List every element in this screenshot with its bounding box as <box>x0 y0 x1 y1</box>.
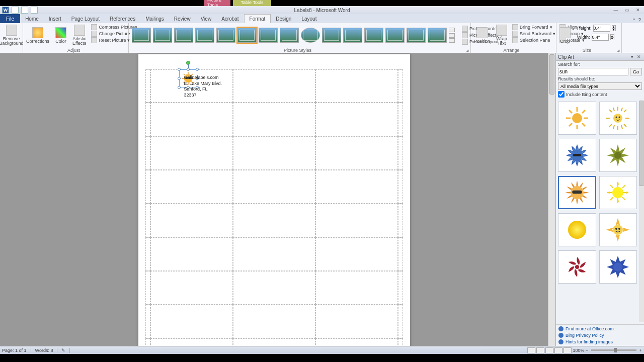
document-area[interactable]: Onlinelabels.com E. Lake Mary Blvd. Sanf… <box>0 53 548 346</box>
tab-design[interactable]: Design <box>271 15 296 23</box>
corrections-button[interactable]: Corrections <box>23 23 52 47</box>
color-button[interactable]: Color <box>52 23 69 47</box>
width-field[interactable]: Width:▴▾ <box>576 34 616 41</box>
crop-button[interactable]: Crop <box>556 23 574 47</box>
tab-page-layout[interactable]: Page Layout <box>66 15 105 23</box>
outline-view[interactable] <box>554 347 562 353</box>
web-layout-view[interactable] <box>545 347 553 353</box>
selection-pane-button[interactable]: Selection Pane <box>512 37 555 43</box>
word-count[interactable]: Words: 8 <box>35 348 58 353</box>
style-thumb[interactable] <box>343 28 362 43</box>
label-cell[interactable] <box>150 305 233 338</box>
label-cell[interactable] <box>233 338 315 346</box>
style-thumb[interactable] <box>174 28 193 43</box>
position-button[interactable]: Position <box>471 23 493 47</box>
label-cell[interactable] <box>315 204 398 237</box>
style-thumb[interactable] <box>407 28 426 43</box>
clipart-result[interactable] <box>599 176 637 209</box>
draft-view[interactable] <box>564 347 572 353</box>
artistic-effects-button[interactable]: Artistic Effects <box>69 23 89 47</box>
label-cell[interactable] <box>150 170 233 204</box>
zoom-out-button[interactable]: − <box>585 348 588 353</box>
picture-styles-gallery[interactable] <box>129 23 458 47</box>
undo-icon[interactable] <box>21 7 28 14</box>
wrap-text-button[interactable]: Wrap Text <box>493 23 510 47</box>
label-cell[interactable] <box>233 136 315 170</box>
label-cell[interactable] <box>315 271 398 305</box>
results-scrollbar[interactable] <box>639 101 644 322</box>
label-cell[interactable] <box>150 271 233 305</box>
label-cell[interactable] <box>150 237 233 271</box>
hints-link[interactable]: Hints for finding images <box>558 339 641 344</box>
page-status[interactable]: Page: 1 of 1 <box>2 348 31 353</box>
label-cell[interactable] <box>315 69 398 103</box>
clipart-result[interactable] <box>558 102 596 135</box>
height-down[interactable]: ▾ <box>612 28 616 31</box>
width-down[interactable]: ▾ <box>610 37 614 40</box>
label-cell[interactable] <box>233 305 315 338</box>
save-icon[interactable] <box>12 7 19 14</box>
style-thumb[interactable] <box>132 28 151 43</box>
clipart-result[interactable] <box>558 213 596 246</box>
label-cell[interactable] <box>233 69 315 103</box>
document-scrollbar[interactable] <box>548 53 555 346</box>
label-cell[interactable] <box>315 305 398 338</box>
style-thumb[interactable] <box>259 28 278 43</box>
address-text[interactable]: Onlinelabels.com E. Lake Mary Blvd. Sanf… <box>184 75 222 99</box>
label-cell[interactable] <box>233 103 315 136</box>
style-thumb[interactable] <box>428 28 447 43</box>
label-cell[interactable] <box>150 338 233 346</box>
tab-insert[interactable]: Insert <box>44 15 66 23</box>
clipart-result[interactable] <box>599 102 637 135</box>
clipart-result[interactable] <box>599 213 637 246</box>
styles-dialog-launcher[interactable]: ◢ <box>466 49 470 53</box>
tab-layout[interactable]: Layout <box>296 15 321 23</box>
zoom-level[interactable]: 100% <box>573 348 584 353</box>
style-thumb[interactable] <box>301 28 320 43</box>
clipart-result[interactable] <box>558 139 596 172</box>
size-dialog-launcher[interactable]: ◢ <box>617 49 621 53</box>
minimize-ribbon-icon[interactable]: ⌃ <box>632 18 636 23</box>
zoom-in-button[interactable]: + <box>639 348 642 353</box>
tab-view[interactable]: View <box>196 15 217 23</box>
label-cell[interactable]: Onlinelabels.com E. Lake Mary Blvd. Sanf… <box>150 69 233 103</box>
find-more-link[interactable]: Find more at Office.com <box>558 326 641 331</box>
pane-close-icon[interactable]: ✕ <box>636 54 642 60</box>
tab-home[interactable]: Home <box>20 15 44 23</box>
close-button[interactable]: ✕ <box>634 7 642 13</box>
minimize-button[interactable]: — <box>612 7 620 13</box>
tab-references[interactable]: References <box>105 15 140 23</box>
label-cell[interactable] <box>150 103 233 136</box>
label-cell[interactable] <box>233 170 315 204</box>
clipart-result[interactable] <box>558 250 596 284</box>
label-cell[interactable] <box>315 237 398 271</box>
include-bing-checkbox[interactable] <box>558 91 565 98</box>
media-type-select[interactable]: All media file types <box>558 82 642 90</box>
bing-privacy-link[interactable]: Bing Privacy Policy <box>558 333 641 338</box>
gallery-more-button[interactable] <box>449 28 455 43</box>
print-layout-view[interactable] <box>527 347 535 353</box>
style-thumb[interactable] <box>322 28 341 43</box>
style-thumb[interactable] <box>280 28 299 43</box>
bring-forward-button[interactable]: Bring Forward▾ <box>512 24 555 30</box>
proofing-icon[interactable]: ✎ <box>61 348 70 353</box>
redo-icon[interactable] <box>31 7 38 14</box>
tab-acrobat[interactable]: Acrobat <box>216 15 244 23</box>
maximize-button[interactable]: ▭ <box>623 7 631 13</box>
label-cell[interactable] <box>233 237 315 271</box>
send-backward-button[interactable]: Send Backward▾ <box>512 31 555 37</box>
style-thumb[interactable] <box>385 28 405 43</box>
label-cell[interactable] <box>315 338 398 346</box>
width-input[interactable] <box>592 34 609 41</box>
clipart-result[interactable] <box>599 139 637 172</box>
label-cell[interactable] <box>315 136 398 170</box>
tab-file[interactable]: File <box>0 14 20 23</box>
label-cell[interactable] <box>233 271 315 305</box>
height-field[interactable]: Height:▴▾ <box>576 25 616 32</box>
tab-mailings[interactable]: Mailings <box>140 15 169 23</box>
pane-menu-icon[interactable]: ▾ <box>629 54 635 60</box>
remove-background-button[interactable]: Remove Background <box>0 23 23 47</box>
label-cell[interactable] <box>233 204 315 237</box>
clipart-result[interactable] <box>599 250 637 284</box>
help-icon[interactable]: ? <box>638 18 641 23</box>
